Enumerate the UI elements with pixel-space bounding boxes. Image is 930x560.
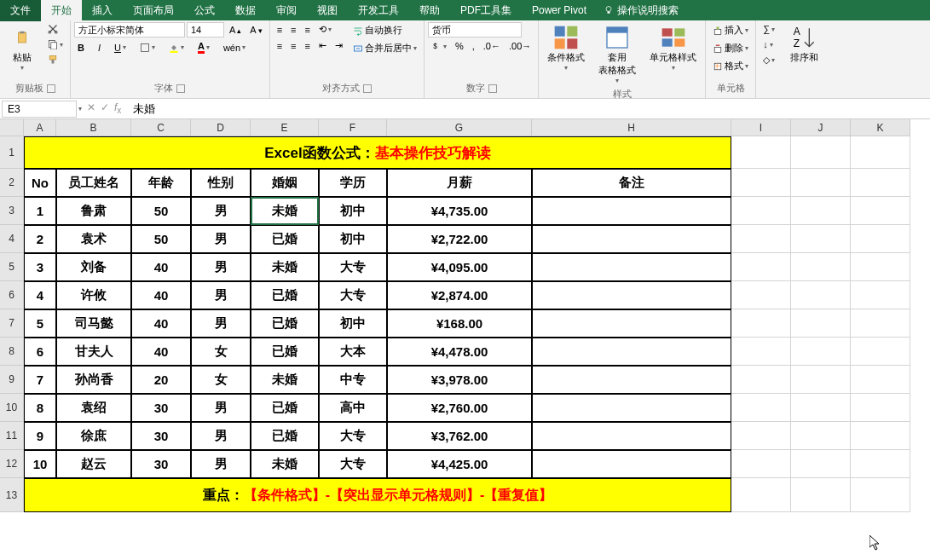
grow-font-button[interactable]: A▴: [226, 22, 245, 38]
font-size-select[interactable]: [187, 22, 224, 38]
cell-edu[interactable]: 大专: [319, 450, 387, 478]
cell-salary[interactable]: ¥168.00: [387, 309, 532, 338]
cancel-formula-button[interactable]: ✕: [87, 101, 95, 115]
cell-blank[interactable]: [731, 394, 791, 422]
cell-no[interactable]: 6: [24, 338, 56, 366]
cell-age[interactable]: 40: [131, 253, 191, 281]
row-header-1[interactable]: 1: [0, 136, 24, 169]
cell-I2[interactable]: [731, 169, 791, 197]
cell-age[interactable]: 50: [131, 197, 191, 225]
cell-blank[interactable]: [851, 225, 910, 253]
cell-edu[interactable]: 大本: [319, 338, 387, 366]
align-bottom-button[interactable]: ≡: [302, 22, 314, 37]
cell-blank[interactable]: [791, 366, 851, 394]
cell-note[interactable]: [532, 281, 731, 309]
col-header-D[interactable]: D: [191, 119, 251, 136]
cell-name[interactable]: 鲁肃: [56, 197, 131, 225]
cell-marriage[interactable]: 未婚: [251, 366, 319, 394]
cell-footer[interactable]: 重点： 【条件格式】-【突出显示单元格规则】-【重复值】: [24, 478, 731, 512]
cell-gender[interactable]: 男: [191, 253, 251, 281]
cell-blank[interactable]: [791, 253, 851, 281]
worksheet[interactable]: A B C D E F G H I J K 1 2 3 4 5 6 7: [0, 119, 930, 560]
font-dialog-launcher[interactable]: [176, 84, 185, 93]
name-box[interactable]: [2, 101, 77, 118]
cell-name[interactable]: 孙尚香: [56, 366, 131, 394]
cell-no[interactable]: 10: [24, 450, 56, 478]
cell-blank[interactable]: [791, 281, 851, 309]
cell-edu[interactable]: 高中: [319, 394, 387, 422]
align-middle-button[interactable]: ≡: [287, 22, 299, 37]
cell-name[interactable]: 司马懿: [56, 309, 131, 338]
cell-blank[interactable]: [791, 309, 851, 338]
cell-blank[interactable]: [851, 366, 910, 394]
enter-formula-button[interactable]: ✓: [101, 101, 109, 115]
row-header-4[interactable]: 4: [0, 225, 24, 253]
cells-grid[interactable]: Excel函数公式： 基本操作技巧解读 No 员工姓名 年龄 性别 婚姻 学历 …: [24, 136, 910, 512]
autosum-button[interactable]: ∑ ▾: [760, 22, 778, 36]
cell-age[interactable]: 40: [131, 309, 191, 338]
cell-note[interactable]: [532, 422, 731, 450]
cell-name[interactable]: 赵云: [56, 450, 131, 478]
tab-help[interactable]: 帮助: [409, 0, 450, 21]
clipboard-dialog-launcher[interactable]: [47, 84, 55, 93]
cell-blank[interactable]: [731, 366, 791, 394]
cell-blank[interactable]: [731, 253, 791, 281]
cell-name[interactable]: 徐庶: [56, 422, 131, 450]
tab-layout[interactable]: 页面布局: [123, 0, 184, 21]
format-cells-button[interactable]: 格式 ▾: [709, 58, 752, 74]
cell-note[interactable]: [532, 197, 731, 225]
row-header-5[interactable]: 5: [0, 253, 24, 281]
paste-button[interactable]: 粘贴 ▾: [3, 22, 41, 73]
cell-edu[interactable]: 大专: [319, 253, 387, 281]
tab-data[interactable]: 数据: [225, 0, 266, 21]
col-header-I[interactable]: I: [731, 119, 791, 136]
col-header-B[interactable]: B: [56, 119, 131, 136]
cell-blank[interactable]: [851, 394, 910, 422]
wrap-text-button[interactable]: 自动换行: [349, 22, 420, 38]
cell-blank[interactable]: [731, 197, 791, 225]
cell-K1[interactable]: [851, 136, 910, 169]
cell-no[interactable]: 7: [24, 366, 56, 394]
cell-salary[interactable]: ¥4,425.00: [387, 450, 532, 478]
increase-decimal-button[interactable]: .0←: [480, 39, 504, 53]
col-header-F[interactable]: F: [319, 119, 387, 136]
col-header-A[interactable]: A: [24, 119, 56, 136]
cell-salary[interactable]: ¥3,762.00: [387, 422, 532, 450]
tab-file[interactable]: 文件: [0, 0, 41, 21]
cell-styles-button[interactable]: 单元格样式▾: [644, 22, 702, 73]
cell-blank[interactable]: [791, 197, 851, 225]
cell-edu[interactable]: 初中: [319, 225, 387, 253]
cell-blank[interactable]: [851, 338, 910, 366]
cell-age[interactable]: 20: [131, 366, 191, 394]
cell-no[interactable]: 5: [24, 309, 56, 338]
tab-view[interactable]: 视图: [307, 0, 348, 21]
cell-K2[interactable]: [851, 169, 910, 197]
cell-blank[interactable]: [731, 450, 791, 478]
font-color-button[interactable]: A▾: [194, 39, 213, 55]
cell-gender[interactable]: 女: [191, 338, 251, 366]
tab-dev[interactable]: 开发工具: [348, 0, 409, 21]
cell-salary[interactable]: ¥4,095.00: [387, 253, 532, 281]
column-headers[interactable]: A B C D E F G H I J K: [24, 119, 910, 136]
cell-hdr-edu[interactable]: 学历: [319, 169, 387, 197]
cell-blank[interactable]: [851, 253, 910, 281]
cell-gender[interactable]: 男: [191, 450, 251, 478]
cell-note[interactable]: [532, 225, 731, 253]
cell-gender[interactable]: 男: [191, 422, 251, 450]
col-header-E[interactable]: E: [251, 119, 319, 136]
align-right-button[interactable]: ≡: [302, 38, 314, 53]
sort-filter-button[interactable]: AZ 排序和: [785, 22, 823, 66]
row-header-7[interactable]: 7: [0, 309, 24, 338]
cell-age[interactable]: 40: [131, 281, 191, 309]
cell-salary[interactable]: ¥2,760.00: [387, 394, 532, 422]
shrink-font-button[interactable]: A▾: [246, 22, 265, 38]
fill-color-button[interactable]: ▾: [165, 39, 188, 55]
cell-salary[interactable]: ¥3,978.00: [387, 366, 532, 394]
select-all-corner[interactable]: [0, 119, 24, 136]
format-painter-button[interactable]: [44, 53, 66, 66]
tell-me-search[interactable]: 操作说明搜索: [597, 3, 685, 18]
cell-blank[interactable]: [851, 450, 910, 478]
italic-button[interactable]: I: [95, 39, 104, 55]
copy-button[interactable]: ▾: [44, 38, 66, 51]
phonetic-button[interactable]: wén▾: [220, 39, 249, 55]
